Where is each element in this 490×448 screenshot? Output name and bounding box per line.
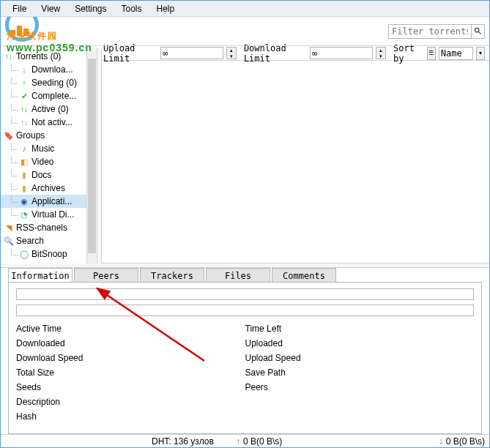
- sidebar-item-icon: ↑↓: [19, 118, 29, 127]
- sidebar-item-icon: ↑↓: [4, 52, 14, 61]
- sidebar-item-label: BitSnoop: [31, 249, 67, 259]
- sidebar-item-label: Archives: [31, 183, 65, 193]
- sidebar-item-label: Torrents (0): [16, 51, 61, 61]
- sidebar-item-icon: 🔍: [4, 236, 14, 246]
- menu-help[interactable]: Help: [149, 2, 182, 15]
- search-icon[interactable]: [472, 24, 485, 39]
- sidebar-item[interactable]: ♪Music: [1, 142, 97, 155]
- toolbar: [1, 17, 489, 46]
- sidebar-item[interactable]: ↑↓Torrents (0): [1, 50, 97, 63]
- sidebar-item-icon: ◧: [19, 157, 29, 167]
- info-label: Uploaded: [245, 338, 475, 348]
- info-label: Hash: [16, 411, 245, 422]
- detail-tabs: InformationPeersTrackersFilesComments: [8, 268, 482, 283]
- info-grid: Active TimeTime LeftDownloadedUploadedDo…: [16, 324, 474, 422]
- sidebar-item-icon: ↓: [19, 65, 29, 74]
- sidebar-item[interactable]: ▮Docs: [1, 168, 97, 182]
- sidebar-item-label: Video: [31, 157, 53, 167]
- sort-dropdown[interactable]: Name: [439, 47, 473, 60]
- sidebar-item[interactable]: 🔖Groups: [1, 129, 97, 142]
- menu-settings[interactable]: Settings: [67, 2, 114, 15]
- sidebar-scrollbar[interactable]: [86, 48, 97, 264]
- sidebar-item[interactable]: ↑Seeding (0): [1, 76, 97, 89]
- sidebar-item[interactable]: ◔Virtual Di...: [1, 208, 97, 221]
- progress-bar-2: [16, 305, 474, 316]
- sidebar-tree: ↑↓Torrents (0)↓Downloa...↑Seeding (0)✔Co…: [1, 48, 97, 262]
- sidebar-item[interactable]: ↑↓Not activ...: [1, 116, 97, 129]
- sidebar-resizer[interactable]: [97, 48, 102, 264]
- info-label: [245, 411, 475, 422]
- down-arrow-icon: ↓: [439, 436, 443, 447]
- sidebar-item-label: Search: [16, 236, 44, 246]
- sidebar-item-icon: ↑↓: [19, 105, 29, 113]
- info-label: Downloaded: [16, 338, 245, 348]
- sidebar-item-label: Applicati...: [31, 196, 72, 206]
- upload-limit-spinner[interactable]: ▴▾: [226, 47, 237, 59]
- info-label: Total Size: [16, 367, 245, 378]
- sidebar-item-icon: ♪: [19, 144, 29, 153]
- info-label: Active Time: [16, 324, 245, 334]
- sidebar-item-label: Music: [31, 143, 54, 154]
- status-upload: ↑0 B(0 B\s): [236, 436, 282, 447]
- filter-input[interactable]: [388, 24, 472, 39]
- sidebar-item-icon: ◯: [19, 250, 29, 259]
- status-dht: DHT: 136 узлов: [152, 436, 214, 447]
- sidebar-item-label: RSS-chanels: [16, 223, 67, 233]
- download-limit-spinner[interactable]: ▴▾: [376, 47, 386, 59]
- sidebar-item-label: Groups: [16, 130, 45, 141]
- sidebar-item-icon: 🔖: [4, 131, 14, 141]
- svg-line-1: [478, 31, 480, 34]
- sidebar-item-label: Seeding (0): [31, 78, 77, 88]
- sidebar-item-icon: ↑: [19, 78, 29, 87]
- sidebar-item[interactable]: ↓Downloa...: [1, 63, 97, 76]
- sidebar-item-label: Complete...: [31, 91, 76, 101]
- menu-tools[interactable]: Tools: [114, 2, 149, 15]
- info-label: Time Left: [245, 324, 475, 334]
- sidebar-item[interactable]: ▮Archives: [1, 182, 97, 195]
- tab-comments[interactable]: Comments: [272, 268, 336, 283]
- sidebar-item-label: Active (0): [31, 104, 69, 114]
- info-label: Download Speed: [16, 353, 245, 363]
- sidebar-item[interactable]: ↑↓Active (0): [1, 102, 97, 116]
- info-label: [245, 397, 475, 407]
- sidebar-item-icon: ◉: [19, 197, 29, 206]
- sidebar-item-label: Docs: [31, 170, 51, 180]
- sidebar-item[interactable]: ◧Video: [1, 155, 97, 168]
- tab-peers[interactable]: Peers: [74, 268, 138, 283]
- sidebar-item-icon: ◔: [19, 210, 29, 220]
- info-label: Peers: [245, 382, 475, 392]
- tab-files[interactable]: Files: [206, 268, 270, 283]
- menu-file[interactable]: File: [5, 2, 34, 15]
- status-bar: DHT: 136 узлов ↑0 B(0 B\s) ↓0 B(0 B\s): [1, 434, 489, 447]
- sort-dropdown-arrow[interactable]: ▾: [476, 47, 485, 60]
- info-label: Seeds: [16, 382, 245, 392]
- info-label: Description: [16, 397, 245, 407]
- svg-point-0: [475, 28, 479, 32]
- filter-box: [388, 24, 485, 39]
- status-download: ↓0 B(0 B\s): [439, 436, 485, 447]
- sidebar-item-label: Downloa...: [31, 64, 73, 75]
- progress-bar-1: [16, 288, 474, 300]
- torrent-list-area: [102, 48, 489, 264]
- tab-trackers[interactable]: Trackers: [140, 268, 204, 283]
- tab-information-content: Active TimeTime LeftDownloadedUploadedDo…: [8, 282, 482, 434]
- sidebar-item[interactable]: ◯BitSnoop: [1, 247, 97, 261]
- sidebar-item-label: Not activ...: [31, 117, 73, 127]
- sidebar-item-icon: ✔: [19, 92, 29, 101]
- menu-bar: File View Settings Tools Help: [1, 1, 489, 17]
- sidebar-item-icon: ◥: [4, 223, 14, 233]
- sidebar-item[interactable]: 🔍Search: [1, 234, 97, 247]
- up-arrow-icon: ↑: [236, 436, 240, 447]
- sidebar-item[interactable]: ◉Applicati...: [1, 195, 97, 208]
- sidebar-item[interactable]: ◥RSS-chanels: [1, 221, 97, 234]
- upload-limit-input[interactable]: [160, 47, 223, 59]
- sidebar: ↑↓Torrents (0)↓Downloa...↑Seeding (0)✔Co…: [1, 48, 97, 264]
- sidebar-item-icon: ▮: [19, 184, 29, 193]
- download-limit-input[interactable]: [310, 47, 373, 59]
- tab-information[interactable]: Information: [8, 268, 73, 283]
- menu-view[interactable]: View: [34, 2, 67, 15]
- sort-direction-button[interactable]: ☰: [427, 47, 436, 60]
- info-label: Upload Speed: [245, 353, 475, 363]
- sidebar-item[interactable]: ✔Complete...: [1, 89, 97, 102]
- sidebar-item-label: Virtual Di...: [31, 209, 74, 220]
